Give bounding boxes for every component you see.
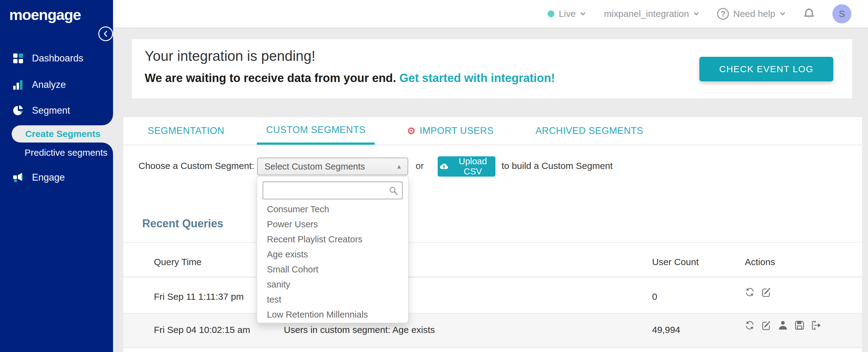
sidebar-item-label: Dashboards (32, 53, 83, 64)
sidebar-item-analyze[interactable]: Analyze (12, 78, 66, 92)
sidebar: moengage Dashboards Analyze (0, 0, 113, 352)
row-actions (744, 287, 772, 298)
tab-archived-segments[interactable]: ARCHIVED SEGMENTS (526, 117, 652, 145)
pie-chart-icon (12, 105, 24, 117)
rerun-icon[interactable] (744, 287, 755, 298)
column-header-query-time: Query Time (154, 257, 202, 267)
tab-label: IMPORT USERS (420, 125, 494, 136)
environment-switcher[interactable]: Live (548, 9, 586, 19)
dropdown-option[interactable]: Consumer Tech (257, 202, 408, 217)
question-circle-icon: ? (717, 8, 729, 20)
divider (123, 242, 862, 243)
edit-icon[interactable] (761, 287, 772, 298)
tab-label: ARCHIVED SEGMENTS (535, 125, 643, 136)
dropdown-option[interactable]: Power Users (257, 217, 408, 232)
sidebar-item-segment[interactable]: Segment (12, 104, 70, 117)
dropdown-option[interactable]: Recent Playlist Creators (257, 232, 408, 247)
user-count-cell: 0 (652, 291, 657, 302)
sidebar-collapse-button[interactable] (98, 26, 113, 41)
custom-segment-select[interactable]: Select Custom Segments ▲ (257, 158, 408, 175)
get-started-link[interactable]: Get started with integration! (399, 71, 555, 85)
divider (123, 277, 862, 277)
project-name: mixpanel_integration (604, 9, 689, 19)
notifications-bell-icon[interactable] (804, 8, 814, 20)
dropdown-search-input[interactable] (263, 182, 402, 199)
banner-subtitle: We are waiting to receive data from your… (145, 71, 555, 85)
user-icon[interactable] (777, 320, 788, 331)
chevron-down-icon (779, 11, 786, 17)
chooser-label: Choose a Custom Segment: (138, 161, 254, 171)
grid-icon (12, 53, 24, 64)
segments-card: SEGMENTATION CUSTOM SEGMENTS IMPORT USER… (123, 117, 863, 352)
sidebar-item-dashboards[interactable]: Dashboards (12, 52, 83, 65)
tab-bar: SEGMENTATION CUSTOM SEGMENTS IMPORT USER… (123, 117, 862, 145)
search-icon (389, 186, 398, 196)
red-target-icon (407, 127, 415, 135)
tab-label: CUSTOM SEGMENTS (266, 124, 366, 135)
select-value: Select Custom Segments (265, 162, 365, 172)
sidebar-subitem-label: Create Segments (25, 129, 100, 139)
dropdown-search (262, 182, 403, 199)
tab-import-users[interactable]: IMPORT USERS (398, 117, 503, 145)
sidebar-upper: moengage Dashboards Analyze (0, 0, 113, 125)
help-label: Need help (733, 9, 775, 19)
sidebar-item-predictive-segments[interactable]: Predictive segments (25, 148, 107, 158)
column-header-actions: Actions (745, 257, 775, 267)
tab-custom-segments[interactable]: CUSTOM SEGMENTS (257, 117, 375, 145)
dropdown-option[interactable]: sanity (257, 277, 408, 292)
sidebar-item-create-segments[interactable]: Create Segments (12, 125, 113, 142)
chooser-suffix: to build a Custom Segment (502, 161, 613, 171)
moengage-logo[interactable]: moengage (9, 6, 81, 23)
recent-queries-title: Recent Queries (142, 217, 223, 230)
save-icon[interactable] (794, 320, 805, 331)
or-text: or (415, 161, 424, 171)
sidebar-item-label: Analyze (32, 79, 66, 90)
dropdown-option[interactable]: Small Cohort (257, 262, 408, 277)
sidebar-lower: Predictive segments Engage (0, 142, 113, 352)
sidebar-item-label: Engage (32, 172, 65, 183)
edit-icon[interactable] (761, 320, 772, 331)
dropdown-option[interactable]: Low Retention Millennials (257, 307, 408, 322)
bar-chart-icon (12, 79, 24, 91)
dropdown-option[interactable]: test (257, 292, 408, 307)
caret-up-icon: ▲ (396, 163, 402, 170)
upload-csv-label: Upload CSV (452, 156, 494, 177)
row-actions (744, 320, 822, 331)
chevron-down-icon (693, 11, 700, 17)
megaphone-icon (12, 172, 24, 183)
check-event-log-button[interactable]: CHECK EVENT LOG (700, 57, 833, 82)
integration-banner: Your integration is pending! We are wait… (131, 39, 852, 99)
environment-label: Live (559, 9, 576, 19)
avatar[interactable]: S (832, 4, 851, 23)
rerun-icon[interactable] (744, 320, 755, 331)
chevron-down-icon (580, 11, 586, 17)
top-bar: Live mixpanel_integration ? Need help S (113, 0, 868, 28)
sidebar-active-row: Create Segments (0, 125, 113, 142)
sidebar-item-engage[interactable]: Engage (12, 171, 65, 184)
query-time-cell: Fri Sep 04 10:02:15 am (154, 325, 250, 335)
column-header-user-count: User Count (652, 257, 699, 267)
tab-segmentation[interactable]: SEGMENTATION (138, 117, 234, 145)
user-count-cell: 49,994 (652, 325, 680, 335)
sidebar-item-label: Segment (32, 105, 70, 116)
query-time-cell: Fri Sep 11 1:11:37 pm (154, 291, 244, 302)
banner-title: Your integration is pending! (145, 47, 315, 64)
custom-segment-dropdown: Consumer Tech Power Users Recent Playlis… (257, 176, 408, 323)
live-status-dot (548, 10, 554, 17)
chevron-left-icon (103, 30, 108, 37)
avatar-initial: S (839, 9, 845, 19)
export-icon[interactable] (811, 320, 822, 331)
cloud-upload-icon (439, 162, 448, 170)
tab-label: SEGMENTATION (148, 125, 224, 136)
upload-csv-button[interactable]: Upload CSV (438, 156, 495, 177)
project-switcher[interactable]: mixpanel_integration (604, 9, 700, 19)
dropdown-option[interactable]: Age exists (257, 247, 408, 262)
banner-subtitle-text: We are waiting to receive data from your… (145, 71, 396, 85)
help-menu[interactable]: ? Need help (717, 8, 786, 20)
query-description-cell: Users in custom segment: Age exists (284, 325, 435, 335)
